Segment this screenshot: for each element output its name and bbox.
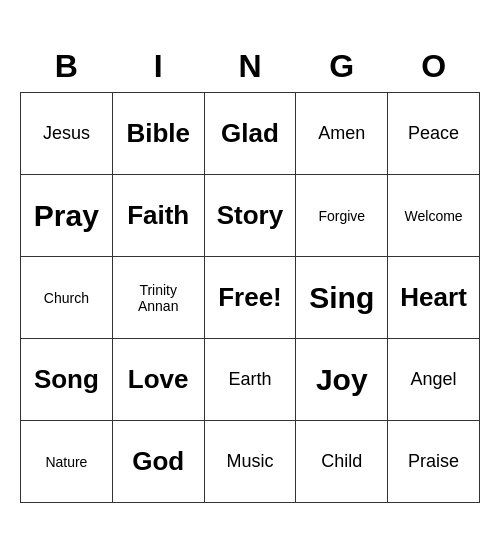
bingo-cell: God [112,421,204,503]
bingo-card: BINGO JesusBibleGladAmenPeacePrayFaithSt… [20,41,480,504]
bingo-row: NatureGodMusicChildPraise [21,421,480,503]
bingo-header-letter: I [112,41,204,93]
bingo-cell: Nature [21,421,113,503]
bingo-row: PrayFaithStoryForgiveWelcome [21,175,480,257]
bingo-cell: Forgive [296,175,388,257]
bingo-header-letter: O [388,41,480,93]
bingo-cell: Music [204,421,296,503]
bingo-cell: Love [112,339,204,421]
bingo-cell: TrinityAnnan [112,257,204,339]
bingo-cell: Glad [204,93,296,175]
bingo-cell: Amen [296,93,388,175]
bingo-cell: Bible [112,93,204,175]
bingo-cell: Church [21,257,113,339]
bingo-header-letter: G [296,41,388,93]
bingo-cell: Heart [388,257,480,339]
bingo-header-letter: N [204,41,296,93]
bingo-cell: Praise [388,421,480,503]
bingo-header-letter: B [21,41,113,93]
bingo-cell: Peace [388,93,480,175]
bingo-cell: Free! [204,257,296,339]
bingo-cell: Welcome [388,175,480,257]
bingo-row: SongLoveEarthJoyAngel [21,339,480,421]
bingo-cell: Pray [21,175,113,257]
bingo-cell: Sing [296,257,388,339]
bingo-cell: Faith [112,175,204,257]
bingo-cell: Song [21,339,113,421]
bingo-cell: Jesus [21,93,113,175]
bingo-cell: Joy [296,339,388,421]
bingo-cell: Child [296,421,388,503]
bingo-cell: Earth [204,339,296,421]
bingo-row: JesusBibleGladAmenPeace [21,93,480,175]
bingo-row: ChurchTrinityAnnanFree!SingHeart [21,257,480,339]
bingo-cell: Story [204,175,296,257]
bingo-cell: Angel [388,339,480,421]
